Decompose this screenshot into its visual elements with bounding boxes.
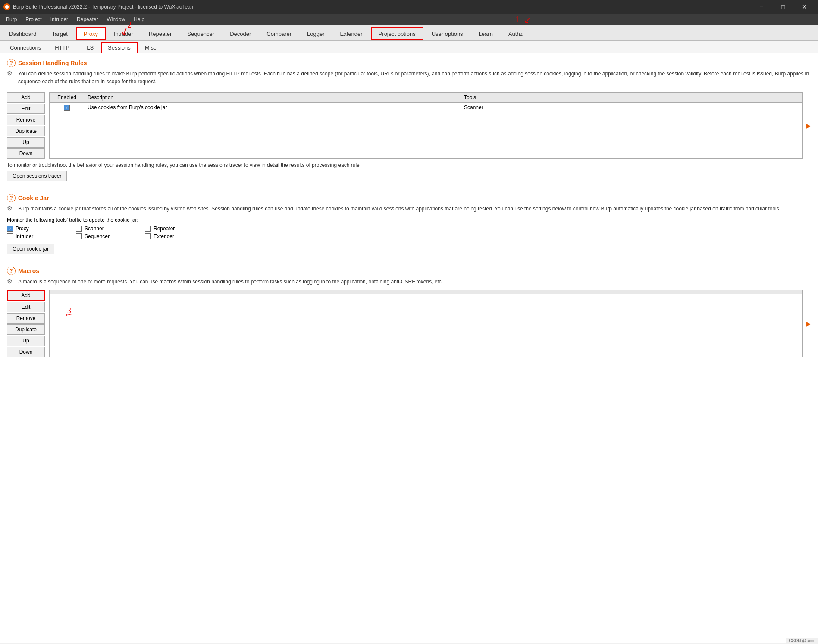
macros-remove-button[interactable]: Remove <box>7 313 45 324</box>
session-handling-desc: You can define session handling rules to… <box>18 70 811 85</box>
tab-learn[interactable]: Learn <box>471 27 500 40</box>
sub-tab-bar: Connections HTTP TLS Sessions Misc <box>0 41 818 53</box>
session-up-button[interactable]: Up <box>7 137 45 148</box>
scanner-checkbox[interactable] <box>76 226 82 232</box>
subtab-sessions[interactable]: Sessions <box>101 42 138 53</box>
main-tab-bar: Dashboard Target Proxy Intruder Repeater… <box>0 25 818 41</box>
tab-extender[interactable]: Extender <box>333 27 370 40</box>
menu-help[interactable]: Help <box>129 14 149 25</box>
row-description-cell: Use cookies from Burp's cookie jar <box>84 103 461 113</box>
session-duplicate-button[interactable]: Duplicate <box>7 126 45 136</box>
session-edit-button[interactable]: Edit <box>7 104 45 114</box>
checkbox-scanner: Scanner <box>76 226 145 232</box>
session-remove-button[interactable]: Remove <box>7 115 45 125</box>
tab-target[interactable]: Target <box>45 27 75 40</box>
col-header-description: Description <box>84 93 461 103</box>
scanner-label: Scanner <box>85 226 104 232</box>
open-sessions-tracer-button[interactable]: Open sessions tracer <box>7 171 67 181</box>
tab-project-options[interactable]: Project options <box>371 27 423 40</box>
tracer-description: To monitor or troubleshoot the behavior … <box>7 162 811 168</box>
tab-logger[interactable]: Logger <box>300 27 332 40</box>
macros-desc: A macro is a sequence of one or more req… <box>18 278 443 286</box>
open-cookie-jar-button[interactable]: Open cookie jar <box>7 244 54 254</box>
session-gear-icon[interactable]: ⚙ <box>7 70 16 79</box>
macros-title: Macros <box>18 267 39 274</box>
macros-edit-button[interactable]: Edit <box>7 302 45 312</box>
cookie-jar-header: ? Cookie Jar <box>7 194 811 202</box>
title-bar-left: Burp Suite Professional v2022.2 - Tempor… <box>3 3 195 10</box>
repeater-label: Repeater <box>154 226 175 232</box>
extender-checkbox[interactable] <box>145 233 151 239</box>
title-bar-title: Burp Suite Professional v2022.2 - Tempor… <box>13 4 195 10</box>
session-rules-container: Add Edit Remove Duplicate Up Down Enable… <box>7 92 811 159</box>
subtab-connections[interactable]: Connections <box>3 42 47 53</box>
proxy-checkbox[interactable]: ✓ <box>7 226 13 232</box>
menu-burp[interactable]: Burp <box>2 14 21 25</box>
tab-comparer[interactable]: Comparer <box>259 27 299 40</box>
close-button[interactable]: ✕ <box>795 0 815 14</box>
macros-duplicate-button[interactable]: Duplicate <box>7 324 45 335</box>
cookie-gear-icon[interactable]: ⚙ <box>7 205 16 214</box>
row-enabled-cell[interactable]: ✓ <box>50 103 84 113</box>
checkbox-sequencer: Sequencer <box>76 233 145 239</box>
subtab-misc[interactable]: Misc <box>138 42 163 53</box>
macros-container: Add Edit Remove Duplicate Up Down ▶ <box>7 290 811 357</box>
tab-intruder[interactable]: Intruder <box>107 27 141 40</box>
tab-decoder[interactable]: Decoder <box>223 27 258 40</box>
content-area: ? Session Handling Rules ⚙ You can defin… <box>0 53 818 643</box>
cookie-jar-checkboxes: ✓ Proxy Scanner Repeater Intruder Sequen… <box>7 226 811 239</box>
checkbox-proxy: ✓ Proxy <box>7 226 76 232</box>
title-bar-controls: − □ ✕ <box>752 0 815 14</box>
subtab-tls[interactable]: TLS <box>77 42 100 53</box>
cookie-jar-section: ? Cookie Jar ⚙ Burp maintains a cookie j… <box>7 194 811 254</box>
status-text: CSDN @uccc <box>789 638 815 643</box>
tab-user-options[interactable]: User options <box>424 27 470 40</box>
status-bar: CSDN @uccc <box>786 638 818 643</box>
subtab-http[interactable]: HTTP <box>48 42 76 53</box>
macros-section: ? Macros ⚙ A macro is a sequence of one … <box>7 267 811 357</box>
tab-dashboard[interactable]: Dashboard <box>2 27 44 40</box>
session-down-button[interactable]: Down <box>7 148 45 159</box>
checkbox-extender: Extender <box>145 233 214 239</box>
cookie-jar-desc: Burp maintains a cookie jar that stores … <box>18 205 780 213</box>
svg-point-0 <box>5 5 9 9</box>
proxy-label: Proxy <box>16 226 29 232</box>
session-handling-section: ? Session Handling Rules ⚙ You can defin… <box>7 59 811 181</box>
repeater-checkbox[interactable] <box>145 226 151 232</box>
macros-header: ? Macros <box>7 267 811 275</box>
burp-logo <box>3 3 10 10</box>
macros-down-button[interactable]: Down <box>7 347 45 357</box>
col-header-tools: Tools <box>461 93 802 103</box>
tab-repeater[interactable]: Repeater <box>141 27 179 40</box>
menu-window[interactable]: Window <box>102 14 129 25</box>
divider-1 <box>7 188 811 188</box>
sequencer-checkbox[interactable] <box>76 233 82 239</box>
menu-intruder[interactable]: Intruder <box>46 14 72 25</box>
macros-add-button[interactable]: Add <box>7 290 45 301</box>
macros-help-icon[interactable]: ? <box>7 267 16 275</box>
menu-bar: Burp Project Intruder Repeater Window He… <box>0 14 818 25</box>
maximize-button[interactable]: □ <box>773 0 793 14</box>
macros-buttons: Add Edit Remove Duplicate Up Down <box>7 290 46 357</box>
table-row: ✓ Use cookies from Burp's cookie jar Sca… <box>50 103 802 113</box>
tab-sequencer[interactable]: Sequencer <box>180 27 222 40</box>
session-add-button[interactable]: Add <box>7 92 45 103</box>
intruder-checkbox[interactable] <box>7 233 13 239</box>
tab-authz[interactable]: Authz <box>501 27 530 40</box>
menu-repeater[interactable]: Repeater <box>72 14 102 25</box>
macros-up-button[interactable]: Up <box>7 336 45 346</box>
sequencer-label: Sequencer <box>85 233 110 239</box>
monitor-label: Monitor the following tools' traffic to … <box>7 217 811 223</box>
menu-project[interactable]: Project <box>21 14 46 25</box>
session-help-icon[interactable]: ? <box>7 59 16 67</box>
cookie-help-icon[interactable]: ? <box>7 194 16 202</box>
enabled-checkbox[interactable]: ✓ <box>64 105 70 111</box>
session-table-arrow: ▶ <box>806 122 811 129</box>
session-handling-title: Session Handling Rules <box>18 60 87 66</box>
minimize-button[interactable]: − <box>752 0 771 14</box>
divider-2 <box>7 261 811 261</box>
extender-label: Extender <box>154 233 174 239</box>
tab-proxy[interactable]: Proxy <box>76 27 106 40</box>
macros-gear-icon[interactable]: ⚙ <box>7 278 16 286</box>
checkbox-repeater: Repeater <box>145 226 214 232</box>
